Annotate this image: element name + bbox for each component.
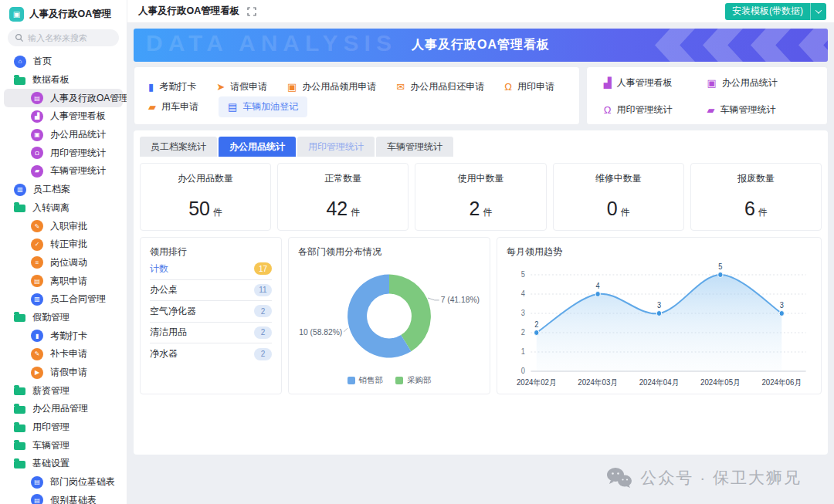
sidebar-item[interactable]: 薪资管理 (0, 381, 127, 400)
quick-action-box[interactable]: ▣办公用品领用申请 (287, 80, 376, 93)
quick-action-truck[interactable]: ▰车辆管理统计 (707, 103, 810, 117)
tab-员工档案统计[interactable]: 员工档案统计 (140, 137, 217, 157)
bookmark-icon: ▮ (31, 330, 43, 342)
donut-legend: 销售部采购部 (298, 375, 480, 386)
stat-card: 使用中数量2件 (415, 163, 546, 231)
confirmation-approval-icon: ✓ (31, 238, 43, 251)
sidebar-item[interactable]: 入转调离 (0, 199, 127, 218)
tab-办公用品统计[interactable]: 办公用品统计 (219, 137, 296, 157)
donut-chart: 10 (58.82%)7 (41.18%) (298, 259, 480, 374)
sidebar-item[interactable]: ✎补卡申请 (0, 345, 127, 364)
sidebar-item[interactable]: ✓转正审批 (0, 235, 127, 254)
sidebar-item[interactable]: ▮考勤打卡 (0, 326, 127, 345)
main-area: 人事及行政OA管理看板 安装模板(带数据) DATA ANALYSIS 人事及行… (127, 0, 834, 504)
quick-action-label: 用车申请 (161, 100, 198, 113)
sidebar-item[interactable]: Ω用印管理统计 (0, 144, 127, 162)
svg-text:4: 4 (521, 289, 526, 298)
send-icon: ➤ (216, 81, 225, 93)
footer-watermark-text: 公众号 · 保卫大狮兄 (640, 467, 802, 489)
home-icon: ⌂ (14, 56, 26, 68)
legend-item-销售部[interactable]: 销售部 (348, 375, 384, 386)
sidebar-item[interactable]: 办公用品管理 (0, 400, 127, 418)
sidebar-item-label: 车辆管理 (32, 439, 70, 452)
ranking-row[interactable]: 净水器2 (150, 343, 272, 365)
sidebar-item[interactable]: ▶请假申请 (0, 364, 127, 382)
quick-action-bookmark[interactable]: ▮考勤打卡 (148, 80, 196, 93)
quick-action-label: 车辆管理统计 (720, 103, 775, 117)
ranking-row[interactable]: 清洁用品2 (150, 323, 272, 344)
sidebar-item-label: 补卡申请 (50, 347, 87, 360)
tab-用印管理统计[interactable]: 用印管理统计 (297, 137, 375, 157)
sidebar-item[interactable]: ▣办公用品统计 (0, 126, 127, 144)
quick-action-box[interactable]: ▣办公用品统计 (707, 76, 810, 90)
ranking-list: 计数17办公桌11空气净化器2清洁用品2净水器2 (150, 259, 272, 365)
legend-item-采购部[interactable]: 采购部 (395, 375, 432, 386)
stat-card: 正常数量42件 (277, 163, 409, 231)
topbar: 人事及行政OA管理看板 安装模板(带数据) (127, 0, 834, 23)
svg-text:2: 2 (521, 328, 525, 337)
sidebar-item[interactable]: ▤人事及行政OA管理看板 (4, 89, 123, 107)
search-input[interactable]: 输入名称来搜索 (8, 29, 119, 46)
stat-card: 办公用品数量50件 (140, 163, 271, 231)
folder-icon (14, 205, 25, 212)
quick-action-label: 人事管理看板 (617, 76, 673, 90)
sidebar-item-label: 假别基础表 (50, 494, 97, 504)
sidebar-item[interactable]: 用印管理 (0, 418, 127, 437)
sidebar-item-label: 基础设置 (32, 457, 70, 470)
table-icon: ▤ (31, 476, 43, 489)
line-point (779, 311, 784, 316)
sidebar-item[interactable]: ▤部门岗位基础表 (0, 473, 127, 492)
folder-icon (14, 442, 25, 450)
sidebar-item[interactable]: ▰车辆管理统计 (0, 162, 127, 181)
quick-action-send[interactable]: ➤请假申请 (216, 80, 267, 93)
sidebar-item[interactable]: ✎入职审批 (0, 217, 127, 235)
quick-action-bar-chart[interactable]: ▟人事管理看板 (604, 76, 707, 90)
line-point (534, 330, 539, 336)
sidebar-item-label: 用印管理 (32, 421, 70, 434)
sidebar-item[interactable]: ≡岗位调动 (0, 254, 127, 272)
quick-action-truck[interactable]: ▰用车申请 (148, 100, 198, 113)
ranking-row[interactable]: 办公桌11 (150, 280, 272, 302)
page-title: 人事及行政OA管理看板 (138, 5, 239, 18)
sidebar-item[interactable]: 基础设置 (0, 455, 127, 473)
stat-label: 办公用品数量 (178, 172, 233, 185)
fullscreen-icon[interactable] (247, 7, 256, 16)
truck-icon: ▰ (148, 101, 156, 113)
sidebar-item[interactable]: 车辆管理 (0, 436, 127, 455)
sidebar-item[interactable]: ▟人事管理看板 (0, 107, 127, 126)
ranking-row[interactable]: 计数17 (150, 259, 272, 280)
line-chart-title: 每月领用趋势 (507, 245, 812, 259)
ranking-row[interactable]: 空气净化器2 (150, 301, 272, 323)
sidebar-item[interactable]: ▥员工档案 (0, 181, 127, 199)
box-icon: ▣ (31, 129, 43, 141)
sidebar-item[interactable]: ▤假别基础表 (0, 492, 127, 504)
sidebar-item[interactable]: ▤离职申请 (0, 272, 127, 290)
folder-icon (14, 425, 25, 432)
tab-车辆管理统计[interactable]: 车辆管理统计 (376, 137, 453, 157)
line-point (656, 311, 661, 316)
sidebar-item[interactable]: 数据看板 (0, 71, 127, 90)
quick-action-stamp[interactable]: Ω用印管理统计 (604, 103, 707, 117)
legend-swatch (395, 377, 403, 384)
folder-icon (14, 314, 25, 322)
svg-text:5: 5 (521, 270, 525, 279)
sidebar-item[interactable]: ⌂首页 (0, 52, 127, 71)
quick-action-label: 用印申请 (517, 80, 554, 93)
donut-chart-title: 各部门领用分布情况 (298, 245, 480, 259)
quick-action-stamp[interactable]: Ω用印申请 (504, 80, 554, 93)
statistics-panel: 员工档案统计办公用品统计用印管理统计车辆管理统计 办公用品数量50件正常数量42… (134, 130, 828, 455)
ranking-count-badge: 2 (254, 348, 272, 360)
install-dropdown-button[interactable] (811, 3, 826, 20)
sidebar-item[interactable]: 假勤管理 (0, 309, 127, 327)
search-placeholder: 输入名称来搜索 (28, 32, 87, 44)
donut-data-label: 10 (58.82%) (299, 328, 342, 337)
sidebar-item[interactable]: ▥员工合同管理 (0, 290, 127, 309)
quick-action-mail[interactable]: ✉办公用品归还申请 (396, 80, 484, 93)
mail-icon: ✉ (396, 81, 405, 93)
onboarding-approval-icon: ✎ (31, 220, 43, 232)
svg-text:2024年04月: 2024年04月 (639, 378, 680, 387)
banner-title: 人事及行政OA管理看板 (412, 37, 550, 53)
quick-action-clipboard[interactable]: ▤车辆加油登记 (219, 96, 307, 117)
svg-text:3: 3 (521, 309, 525, 317)
install-template-button[interactable]: 安装模板(带数据) (725, 3, 826, 20)
